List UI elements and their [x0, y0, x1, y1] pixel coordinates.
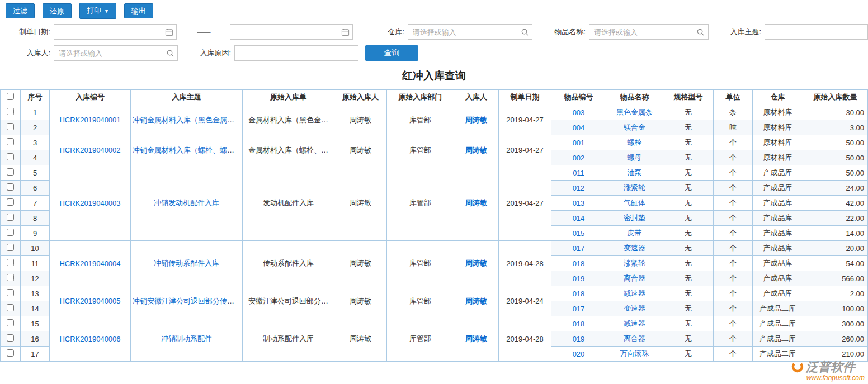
entry-person-link[interactable]: 周涛敏 — [465, 146, 487, 154]
item-name-link[interactable]: 变速器 — [624, 304, 645, 312]
row-checkbox[interactable] — [7, 289, 14, 296]
entry-no-link[interactable]: HCRK2019040001 — [59, 116, 120, 124]
entry-person-link[interactable]: 周涛敏 — [465, 334, 487, 343]
item-no-link[interactable]: 017 — [573, 305, 585, 313]
row-checkbox[interactable] — [7, 319, 14, 326]
doc-date-from-input[interactable] — [54, 24, 177, 40]
entry-person-link[interactable]: 周涛敏 — [465, 297, 487, 305]
item-no-cell: 018 — [551, 256, 606, 271]
column-header: 入库编号 — [50, 90, 131, 105]
item-name-link[interactable]: 离合器 — [624, 274, 645, 282]
item-name-link[interactable]: 离合器 — [624, 334, 645, 343]
qty-cell: 210.00 — [803, 347, 868, 362]
item-no-link[interactable]: 018 — [573, 290, 585, 298]
item-no-link[interactable]: 020 — [573, 350, 585, 358]
item-name-link[interactable]: 密封垫 — [624, 214, 645, 222]
row-checkbox[interactable] — [7, 274, 14, 281]
row-checkbox[interactable] — [7, 214, 14, 221]
item-no-link[interactable]: 014 — [573, 214, 585, 222]
item-no-link[interactable]: 017 — [573, 244, 585, 253]
row-checkbox[interactable] — [7, 229, 14, 236]
subject-link[interactable]: 冲销安徽江津公司退回部分传动系 — [133, 297, 242, 305]
row-checkbox[interactable] — [7, 259, 14, 266]
export-button[interactable]: 输出 — [124, 3, 153, 18]
qty-cell: 566.00 — [803, 271, 868, 286]
item-name-link[interactable]: 涨紧轮 — [624, 259, 645, 267]
item-name-link[interactable]: 镁合金 — [624, 123, 645, 131]
select-all-checkbox[interactable] — [7, 93, 14, 100]
item-name-link[interactable]: 螺母 — [628, 153, 642, 162]
subject-link[interactable]: 冲销金属材料入库（黑色金属条、 — [133, 116, 242, 124]
item-name-link[interactable]: 油泵 — [628, 168, 642, 177]
restore-button[interactable]: 还原 — [43, 3, 72, 18]
subject-input[interactable] — [765, 24, 868, 40]
original-person-cell: 周涛敏 — [334, 165, 387, 241]
item-name-link[interactable]: 气缸体 — [624, 198, 645, 207]
item-name-link[interactable]: 减速器 — [624, 289, 645, 297]
entry-person-link[interactable]: 周涛敏 — [465, 198, 487, 207]
item-name-link[interactable]: 螺栓 — [628, 138, 642, 146]
row-select-cell — [1, 105, 21, 120]
item-no-link[interactable]: 013 — [573, 199, 585, 207]
item-name-link[interactable]: 减速器 — [624, 319, 645, 328]
caret-down-icon: ▼ — [104, 8, 109, 14]
item-no-link[interactable]: 019 — [573, 335, 585, 343]
entry-person-input[interactable] — [54, 45, 178, 61]
item-no-link[interactable]: 019 — [573, 274, 585, 283]
row-checkbox[interactable] — [7, 138, 14, 145]
unit-cell: 个 — [714, 241, 753, 256]
item-name-input[interactable] — [589, 24, 709, 40]
entry-no-link[interactable]: HCRK2019040004 — [59, 259, 120, 268]
item-no-link[interactable]: 003 — [573, 108, 585, 117]
doc-date-to-input[interactable] — [230, 24, 353, 40]
item-no-link[interactable]: 012 — [573, 184, 585, 192]
item-name-link[interactable]: 万向滚珠 — [620, 349, 649, 358]
search-icon[interactable] — [166, 49, 174, 58]
row-checkbox[interactable] — [7, 183, 14, 191]
qty-cell: 2.00 — [803, 286, 868, 301]
row-checkbox[interactable] — [7, 198, 14, 206]
item-no-link[interactable]: 018 — [573, 259, 585, 268]
qty-cell: 24.00 — [803, 181, 868, 196]
search-icon[interactable] — [520, 27, 529, 36]
print-button[interactable]: 打印▼ — [79, 3, 116, 19]
row-checkbox[interactable] — [7, 168, 14, 176]
subject-link[interactable]: 冲销传动系配件入库 — [154, 259, 219, 267]
row-checkbox[interactable] — [7, 334, 14, 342]
entry-person-link[interactable]: 周涛敏 — [465, 116, 487, 124]
calendar-icon[interactable] — [164, 27, 173, 36]
item-no-link[interactable]: 004 — [573, 124, 585, 132]
row-checkbox[interactable] — [7, 349, 14, 357]
search-icon[interactable] — [696, 27, 705, 36]
entry-person-link[interactable]: 周涛敏 — [465, 259, 487, 267]
row-checkbox[interactable] — [7, 108, 14, 115]
item-no-link[interactable]: 015 — [573, 229, 585, 238]
unit-cell: 个 — [714, 347, 753, 362]
subject-link[interactable]: 冲销金属材料入库（螺栓、螺母） — [133, 146, 242, 154]
subject-link[interactable]: 冲销发动机配件入库 — [154, 198, 219, 207]
subject-link[interactable]: 冲销制动系配件 — [161, 334, 212, 343]
row-checkbox[interactable] — [7, 244, 14, 251]
item-no-link[interactable]: 011 — [573, 169, 584, 177]
item-no-link[interactable]: 018 — [573, 320, 585, 328]
item-no-link[interactable]: 002 — [573, 154, 585, 162]
row-checkbox[interactable] — [7, 123, 14, 130]
calendar-icon[interactable] — [341, 27, 350, 36]
item-name-link[interactable]: 变速器 — [624, 244, 645, 252]
item-name-link[interactable]: 皮带 — [628, 229, 642, 237]
reason-input[interactable] — [234, 45, 358, 61]
qty-cell: 50.00 — [803, 135, 868, 150]
entry-no-link[interactable]: HCRK2019040006 — [59, 335, 120, 343]
item-no-link[interactable]: 001 — [573, 139, 585, 147]
row-checkbox[interactable] — [7, 153, 14, 160]
entry-no-cell: HCRK2019040006 — [50, 316, 131, 362]
entry-no-link[interactable]: HCRK2019040005 — [59, 297, 120, 305]
entry-no-link[interactable]: HCRK2019040003 — [59, 199, 120, 207]
warehouse-input[interactable] — [408, 24, 533, 40]
row-checkbox[interactable] — [7, 304, 14, 311]
query-button[interactable]: 查询 — [365, 45, 418, 61]
item-name-link[interactable]: 涨紧轮 — [624, 183, 645, 192]
item-name-link[interactable]: 黑色金属条 — [616, 108, 653, 116]
entry-no-link[interactable]: HCRK2019040002 — [59, 146, 120, 154]
filter-button[interactable]: 过滤 — [6, 3, 35, 18]
